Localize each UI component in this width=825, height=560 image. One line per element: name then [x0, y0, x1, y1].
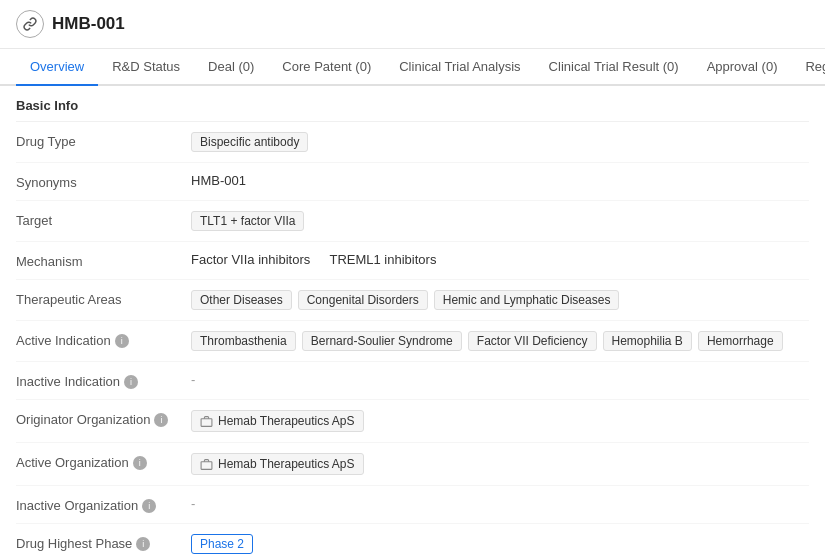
label-target: Target — [16, 211, 191, 228]
row-drug-type: Drug Type Bispecific antibody — [16, 122, 809, 163]
section-basic-info: Basic Info — [16, 86, 809, 122]
tag-hemic-lymphatic: Hemic and Lymphatic Diseases — [434, 290, 620, 310]
tab-rd-status[interactable]: R&D Status — [98, 49, 194, 86]
value-therapeutic-areas: Other Diseases Congenital Disorders Hemi… — [191, 290, 809, 310]
label-drug-highest-phase: Drug Highest Phase i — [16, 534, 191, 551]
inactive-indication-info-icon[interactable]: i — [124, 375, 138, 389]
row-inactive-indication: Inactive Indication i - — [16, 362, 809, 400]
drug-title: HMB-001 — [52, 14, 125, 34]
active-org-info-icon[interactable]: i — [133, 456, 147, 470]
tab-clinical-trial-analysis[interactable]: Clinical Trial Analysis — [385, 49, 534, 86]
value-active-indication: Thrombasthenia Bernard-Soulier Syndrome … — [191, 331, 809, 351]
tab-bar: Overview R&D Status Deal (0) Core Patent… — [0, 49, 825, 86]
label-active-org: Active Organization i — [16, 453, 191, 470]
tag-factor-vii: Factor VII Deficiency — [468, 331, 597, 351]
tag-bispecific-antibody: Bispecific antibody — [191, 132, 308, 152]
row-inactive-org: Inactive Organization i - — [16, 486, 809, 524]
tab-clinical-trial-result[interactable]: Clinical Trial Result (0) — [535, 49, 693, 86]
tag-congenital-disorders: Congenital Disorders — [298, 290, 428, 310]
value-inactive-indication: - — [191, 372, 809, 387]
inactive-org-info-icon[interactable]: i — [142, 499, 156, 513]
row-target: Target TLT1 + factor VIIa — [16, 201, 809, 242]
value-drug-type: Bispecific antibody — [191, 132, 809, 152]
tab-core-patent[interactable]: Core Patent (0) — [268, 49, 385, 86]
label-synonyms: Synonyms — [16, 173, 191, 190]
row-drug-highest-phase: Drug Highest Phase i Phase 2 — [16, 524, 809, 560]
row-originator-org: Originator Organization i Hemab Therapeu… — [16, 400, 809, 443]
value-originator-org: Hemab Therapeutics ApS — [191, 410, 809, 432]
svg-rect-2 — [201, 461, 212, 469]
label-inactive-indication: Inactive Indication i — [16, 372, 191, 389]
label-mechanism: Mechanism — [16, 252, 191, 269]
main-content: Basic Info Drug Type Bispecific antibody… — [0, 86, 825, 560]
label-inactive-org: Inactive Organization i — [16, 496, 191, 513]
value-drug-highest-phase: Phase 2 — [191, 534, 809, 554]
label-active-indication: Active Indication i — [16, 331, 191, 348]
tag-bernard-soulier: Bernard-Soulier Syndrome — [302, 331, 462, 351]
value-inactive-org: - — [191, 496, 809, 511]
phase-tag: Phase 2 — [191, 534, 253, 554]
page-header: HMB-001 — [0, 0, 825, 49]
drug-link-icon — [16, 10, 44, 38]
row-mechanism: Mechanism Factor VIIa inhibitors TREML1 … — [16, 242, 809, 280]
row-therapeutic-areas: Therapeutic Areas Other Diseases Congeni… — [16, 280, 809, 321]
label-originator-org: Originator Organization i — [16, 410, 191, 427]
value-active-org: Hemab Therapeutics ApS — [191, 453, 809, 475]
row-synonyms: Synonyms HMB-001 — [16, 163, 809, 201]
label-drug-type: Drug Type — [16, 132, 191, 149]
tab-approval[interactable]: Approval (0) — [693, 49, 792, 86]
value-target: TLT1 + factor VIIa — [191, 211, 809, 231]
value-mechanism: Factor VIIa inhibitors TREML1 inhibitors — [191, 252, 809, 267]
tag-hemophilia-b: Hemophilia B — [603, 331, 692, 351]
originator-org-tag: Hemab Therapeutics ApS — [191, 410, 364, 432]
tag-hemorrhage: Hemorrhage — [698, 331, 783, 351]
drug-highest-phase-info-icon[interactable]: i — [136, 537, 150, 551]
tag-target: TLT1 + factor VIIa — [191, 211, 304, 231]
active-indication-info-icon[interactable]: i — [115, 334, 129, 348]
svg-rect-0 — [201, 418, 212, 426]
active-org-tag: Hemab Therapeutics ApS — [191, 453, 364, 475]
tab-deal[interactable]: Deal (0) — [194, 49, 268, 86]
label-therapeutic-areas: Therapeutic Areas — [16, 290, 191, 307]
tag-thrombasthenia: Thrombasthenia — [191, 331, 296, 351]
tab-overview[interactable]: Overview — [16, 49, 98, 86]
originator-org-info-icon[interactable]: i — [154, 413, 168, 427]
value-synonyms: HMB-001 — [191, 173, 809, 188]
tab-regulation[interactable]: Regulation — [791, 49, 825, 86]
row-active-indication: Active Indication i Thrombasthenia Berna… — [16, 321, 809, 362]
tag-other-diseases: Other Diseases — [191, 290, 292, 310]
row-active-org: Active Organization i Hemab Therapeutics… — [16, 443, 809, 486]
